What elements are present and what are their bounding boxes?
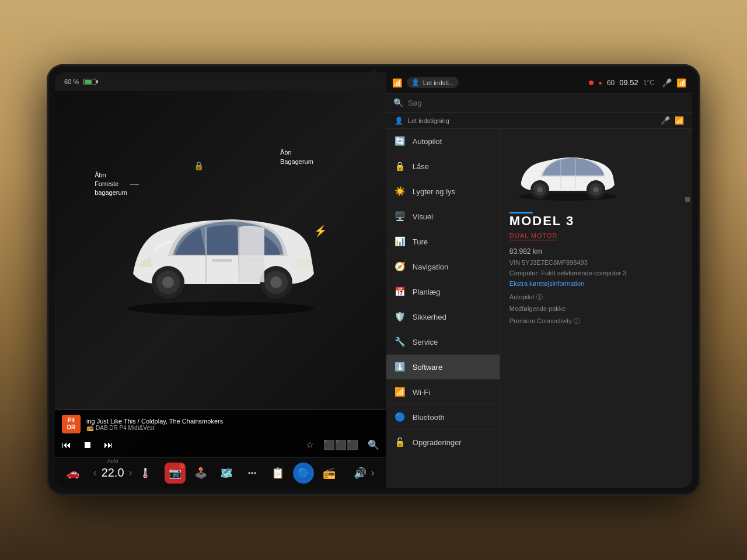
- autopilot-info-label: Autopilot ⓘ: [509, 293, 543, 300]
- more-apps[interactable]: •••: [242, 463, 263, 484]
- car-thumbnail: [509, 138, 626, 202]
- service-label: Service: [413, 338, 438, 346]
- temp-increase-button[interactable]: ›: [129, 467, 132, 479]
- menu-item-ture[interactable]: 📊 Ture: [386, 229, 500, 254]
- equalizer-button[interactable]: ⬛⬛⬛: [323, 439, 358, 450]
- menu-item-service[interactable]: 🔧 Service: [386, 330, 500, 355]
- station-name: 📻 DAB DR P4 Midt&Vest: [86, 425, 223, 431]
- nav-temp-display: 1°C: [643, 79, 655, 87]
- profile-row-label: Let indstigning: [408, 117, 449, 124]
- now-playing-text: ing Just Like This / Coldplay, The Chain…: [86, 418, 223, 425]
- taskbar: 🚗 ‹ Auto 22.0 › 🌡️ 📷: [55, 457, 386, 488]
- menu-item-wifi[interactable]: 📶 Wi-Fi: [386, 380, 500, 405]
- battery-icon: [83, 79, 96, 85]
- temp-decrease-button[interactable]: ‹: [93, 467, 97, 479]
- profile-actions: 🎤 📶: [661, 116, 684, 125]
- rec-indicator: [589, 80, 594, 85]
- menu-item-opgraderinger[interactable]: 🔓 Opgraderinger: [386, 430, 500, 455]
- sikkerhed-label: Sikkerhed: [413, 313, 446, 321]
- right-panel: 📶 👤 Let indsti... ● 60 09.52 1°C 🎤 📶: [386, 72, 692, 488]
- svg-point-14: [537, 187, 543, 192]
- search-media-button[interactable]: 🔍: [368, 439, 379, 450]
- game-app[interactable]: 🕹️: [190, 463, 211, 484]
- upgrades-icon: 🔓: [395, 437, 406, 447]
- camera-app[interactable]: 📷: [165, 463, 186, 484]
- volume-icon[interactable]: 🔊: [354, 467, 366, 480]
- svg-point-8: [270, 276, 282, 288]
- model-subtitle: DUAL MOTOR: [509, 232, 558, 240]
- software-icon: ⬇️: [395, 362, 406, 372]
- scroll-indicator: [685, 197, 690, 202]
- left-status-bar: 60 %: [55, 72, 386, 91]
- autopilot-row: Autopilot ⓘ: [509, 293, 683, 302]
- tablet-screen: 60 % Åbn Forreste bagagerum Åbn Bagageru…: [55, 72, 692, 488]
- model-name: MODEL 3: [509, 214, 683, 229]
- menu-item-sikkerhed[interactable]: 🛡️ Sikkerhed: [386, 304, 500, 330]
- audio-app[interactable]: 📻: [319, 463, 340, 484]
- skip-back-button[interactable]: ⏮: [62, 440, 71, 450]
- menu-item-lygter[interactable]: ☀️ Lygter og lys: [386, 179, 500, 204]
- media-player: P4 DR ing Just Like This / Coldplay, The…: [55, 410, 386, 457]
- time-display: 09.52: [619, 78, 638, 87]
- visual-icon: 🖥️: [395, 211, 406, 222]
- skip-forward-button[interactable]: ⏭: [104, 440, 113, 450]
- arrow-right[interactable]: ›: [371, 467, 375, 479]
- stop-button[interactable]: ⏹: [83, 440, 92, 450]
- rec-label: ●: [598, 79, 602, 86]
- profile-name: Let indsti...: [423, 79, 454, 86]
- charge-icon: ⚡: [314, 225, 327, 237]
- media-controls: ⏮ ⏹ ⏭ ☆ ⬛⬛⬛ 🔍: [62, 437, 379, 453]
- profile-button[interactable]: 👤 Let indsti...: [407, 77, 459, 88]
- menu-item-software[interactable]: ⬇️ Software: [386, 355, 500, 380]
- label-forreste-bagagerum[interactable]: Åbn Forreste bagagerum: [95, 171, 127, 198]
- extra-vehicle-link[interactable]: Ekstra køretøjsinformation: [509, 280, 683, 287]
- lock-menu-icon: 🔒: [395, 161, 406, 172]
- tablet-frame: 60 % Åbn Forreste bagagerum Åbn Bagageru…: [47, 64, 700, 496]
- planlaeg-label: Planlæg: [413, 288, 441, 296]
- svg-point-5: [162, 276, 174, 288]
- bluetooth-label: Bluetooth: [413, 413, 445, 422]
- search-input[interactable]: [408, 99, 685, 107]
- search-bar: 🔍: [386, 93, 692, 113]
- station-badge: P4 DR: [62, 415, 81, 433]
- menu-item-navigation[interactable]: 🧭 Navigation: [386, 254, 500, 279]
- vin-info: VIN 5YJ3E7EC8MF898493: [509, 259, 683, 266]
- label-abn-bagagerum[interactable]: Åbn Bagagerum: [280, 148, 313, 166]
- connectivity-row: Premium Connectivity ⓘ: [509, 317, 683, 326]
- menu-item-visuel[interactable]: 🖥️ Visuel: [386, 204, 500, 229]
- map-app[interactable]: 🗺️: [216, 463, 237, 484]
- visuel-label: Visuel: [413, 212, 433, 221]
- security-icon: 🛡️: [395, 312, 406, 322]
- menu-item-planlaeg[interactable]: 📅 Planlæg: [386, 279, 500, 304]
- heat-icon[interactable]: 🌡️: [139, 467, 151, 478]
- signal-small-icon: 📶: [675, 116, 684, 125]
- search-icon: 🔍: [393, 98, 403, 107]
- notification-dot: [180, 464, 184, 468]
- bluetooth-app[interactable]: 🔵: [293, 463, 314, 484]
- software-label: Software: [413, 363, 442, 372]
- car-icon[interactable]: 🚗: [67, 467, 79, 480]
- menu-item-lase[interactable]: 🔒 Låse: [386, 154, 500, 179]
- mic-icon[interactable]: 🎤: [662, 78, 672, 88]
- auto-label: Auto: [107, 458, 118, 464]
- battery-fill: [85, 80, 92, 84]
- taskbar-right: 🔊 ›: [354, 467, 375, 480]
- wifi-icon: 📶: [395, 387, 406, 397]
- opgraderinger-label: Opgraderinger: [413, 438, 462, 447]
- temperature-value: 22.0: [102, 466, 124, 479]
- nav-status-items: ● 60 09.52 1°C: [589, 78, 655, 87]
- mic-small-icon[interactable]: 🎤: [661, 116, 670, 125]
- battery-percent: 60 %: [64, 78, 79, 85]
- notes-app[interactable]: 📋: [267, 463, 288, 484]
- autopilot-info: Autopilot ⓘ Medfølgende pakke: [509, 293, 683, 312]
- front-camera: [371, 70, 376, 75]
- favorite-button[interactable]: ☆: [306, 439, 314, 450]
- signal-icon: 📶: [676, 78, 686, 88]
- right-nav-bar: 📶 👤 Let indsti... ● 60 09.52 1°C 🎤 📶: [386, 72, 692, 93]
- menu-item-autopilot[interactable]: 🔄 Autopilot: [386, 129, 500, 154]
- menu-item-bluetooth[interactable]: 🔵 Bluetooth: [386, 405, 500, 430]
- main-content: 60 % Åbn Forreste bagagerum Åbn Bagageru…: [55, 72, 692, 488]
- menu-list: 🔄 Autopilot 🔒 Låse ☀️ Lygter og lys: [386, 129, 500, 488]
- car-svg: [110, 180, 331, 320]
- bluetooth-icon: 🔵: [395, 412, 406, 422]
